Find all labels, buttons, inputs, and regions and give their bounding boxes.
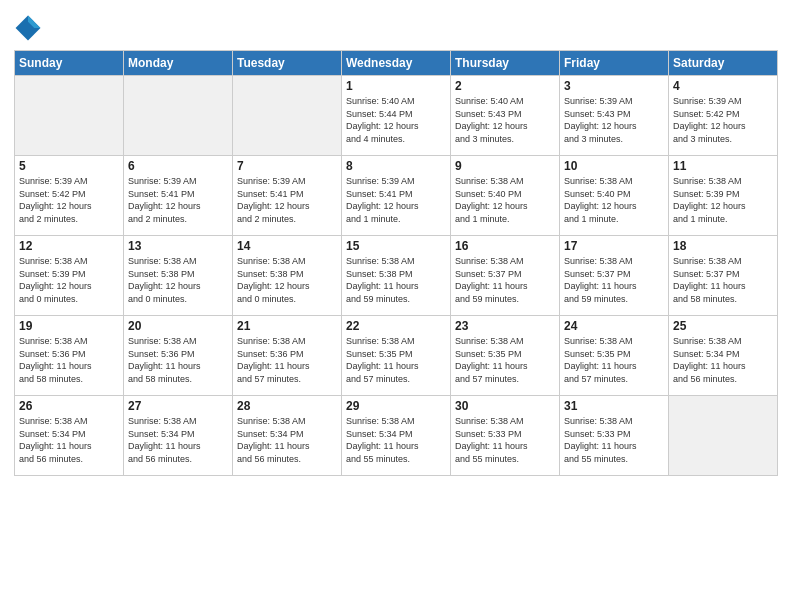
day-number: 7 (237, 159, 337, 173)
day-info: Sunrise: 5:38 AMSunset: 5:33 PMDaylight:… (564, 415, 664, 465)
day-number: 23 (455, 319, 555, 333)
day-info: Sunrise: 5:38 AMSunset: 5:34 PMDaylight:… (19, 415, 119, 465)
day-number: 19 (19, 319, 119, 333)
day-info: Sunrise: 5:39 AMSunset: 5:42 PMDaylight:… (19, 175, 119, 225)
day-info: Sunrise: 5:38 AMSunset: 5:38 PMDaylight:… (237, 255, 337, 305)
day-number: 3 (564, 79, 664, 93)
day-info: Sunrise: 5:40 AMSunset: 5:44 PMDaylight:… (346, 95, 446, 145)
calendar-cell: 30Sunrise: 5:38 AMSunset: 5:33 PMDayligh… (451, 396, 560, 476)
day-number: 16 (455, 239, 555, 253)
header (14, 10, 778, 42)
calendar-cell: 27Sunrise: 5:38 AMSunset: 5:34 PMDayligh… (124, 396, 233, 476)
day-info: Sunrise: 5:38 AMSunset: 5:33 PMDaylight:… (455, 415, 555, 465)
calendar-cell: 2Sunrise: 5:40 AMSunset: 5:43 PMDaylight… (451, 76, 560, 156)
day-number: 28 (237, 399, 337, 413)
calendar-cell: 4Sunrise: 5:39 AMSunset: 5:42 PMDaylight… (669, 76, 778, 156)
day-number: 25 (673, 319, 773, 333)
day-info: Sunrise: 5:38 AMSunset: 5:36 PMDaylight:… (19, 335, 119, 385)
calendar-cell: 25Sunrise: 5:38 AMSunset: 5:34 PMDayligh… (669, 316, 778, 396)
calendar-week-3: 12Sunrise: 5:38 AMSunset: 5:39 PMDayligh… (15, 236, 778, 316)
day-info: Sunrise: 5:40 AMSunset: 5:43 PMDaylight:… (455, 95, 555, 145)
day-info: Sunrise: 5:38 AMSunset: 5:39 PMDaylight:… (19, 255, 119, 305)
day-number: 10 (564, 159, 664, 173)
day-info: Sunrise: 5:38 AMSunset: 5:36 PMDaylight:… (128, 335, 228, 385)
calendar-cell: 7Sunrise: 5:39 AMSunset: 5:41 PMDaylight… (233, 156, 342, 236)
day-info: Sunrise: 5:39 AMSunset: 5:41 PMDaylight:… (346, 175, 446, 225)
calendar-cell: 8Sunrise: 5:39 AMSunset: 5:41 PMDaylight… (342, 156, 451, 236)
day-info: Sunrise: 5:38 AMSunset: 5:39 PMDaylight:… (673, 175, 773, 225)
day-info: Sunrise: 5:38 AMSunset: 5:34 PMDaylight:… (237, 415, 337, 465)
logo-icon (14, 14, 42, 42)
calendar-cell: 17Sunrise: 5:38 AMSunset: 5:37 PMDayligh… (560, 236, 669, 316)
calendar-cell: 29Sunrise: 5:38 AMSunset: 5:34 PMDayligh… (342, 396, 451, 476)
day-info: Sunrise: 5:38 AMSunset: 5:37 PMDaylight:… (673, 255, 773, 305)
day-number: 1 (346, 79, 446, 93)
calendar-week-4: 19Sunrise: 5:38 AMSunset: 5:36 PMDayligh… (15, 316, 778, 396)
calendar-cell: 22Sunrise: 5:38 AMSunset: 5:35 PMDayligh… (342, 316, 451, 396)
calendar-cell (669, 396, 778, 476)
day-info: Sunrise: 5:38 AMSunset: 5:36 PMDaylight:… (237, 335, 337, 385)
day-info: Sunrise: 5:39 AMSunset: 5:42 PMDaylight:… (673, 95, 773, 145)
weekday-header-tuesday: Tuesday (233, 51, 342, 76)
day-info: Sunrise: 5:38 AMSunset: 5:35 PMDaylight:… (346, 335, 446, 385)
day-info: Sunrise: 5:38 AMSunset: 5:38 PMDaylight:… (128, 255, 228, 305)
calendar-cell: 6Sunrise: 5:39 AMSunset: 5:41 PMDaylight… (124, 156, 233, 236)
page-container: SundayMondayTuesdayWednesdayThursdayFrid… (0, 0, 792, 486)
day-info: Sunrise: 5:38 AMSunset: 5:34 PMDaylight:… (673, 335, 773, 385)
calendar-table: SundayMondayTuesdayWednesdayThursdayFrid… (14, 50, 778, 476)
calendar-cell: 13Sunrise: 5:38 AMSunset: 5:38 PMDayligh… (124, 236, 233, 316)
day-number: 13 (128, 239, 228, 253)
logo (14, 14, 44, 42)
day-number: 31 (564, 399, 664, 413)
day-info: Sunrise: 5:39 AMSunset: 5:41 PMDaylight:… (237, 175, 337, 225)
calendar-cell: 20Sunrise: 5:38 AMSunset: 5:36 PMDayligh… (124, 316, 233, 396)
calendar-cell: 28Sunrise: 5:38 AMSunset: 5:34 PMDayligh… (233, 396, 342, 476)
calendar-cell: 12Sunrise: 5:38 AMSunset: 5:39 PMDayligh… (15, 236, 124, 316)
weekday-header-friday: Friday (560, 51, 669, 76)
day-info: Sunrise: 5:38 AMSunset: 5:34 PMDaylight:… (346, 415, 446, 465)
calendar-cell: 19Sunrise: 5:38 AMSunset: 5:36 PMDayligh… (15, 316, 124, 396)
day-number: 6 (128, 159, 228, 173)
day-number: 20 (128, 319, 228, 333)
day-number: 17 (564, 239, 664, 253)
day-info: Sunrise: 5:38 AMSunset: 5:35 PMDaylight:… (564, 335, 664, 385)
calendar-week-5: 26Sunrise: 5:38 AMSunset: 5:34 PMDayligh… (15, 396, 778, 476)
day-number: 4 (673, 79, 773, 93)
day-info: Sunrise: 5:38 AMSunset: 5:37 PMDaylight:… (564, 255, 664, 305)
day-number: 2 (455, 79, 555, 93)
calendar-week-1: 1Sunrise: 5:40 AMSunset: 5:44 PMDaylight… (15, 76, 778, 156)
calendar-cell: 31Sunrise: 5:38 AMSunset: 5:33 PMDayligh… (560, 396, 669, 476)
weekday-header-wednesday: Wednesday (342, 51, 451, 76)
day-number: 18 (673, 239, 773, 253)
calendar-cell: 26Sunrise: 5:38 AMSunset: 5:34 PMDayligh… (15, 396, 124, 476)
day-info: Sunrise: 5:39 AMSunset: 5:43 PMDaylight:… (564, 95, 664, 145)
weekday-header-thursday: Thursday (451, 51, 560, 76)
day-number: 5 (19, 159, 119, 173)
day-info: Sunrise: 5:38 AMSunset: 5:38 PMDaylight:… (346, 255, 446, 305)
calendar-cell (233, 76, 342, 156)
day-number: 22 (346, 319, 446, 333)
day-info: Sunrise: 5:38 AMSunset: 5:37 PMDaylight:… (455, 255, 555, 305)
day-number: 26 (19, 399, 119, 413)
day-number: 15 (346, 239, 446, 253)
calendar-cell: 16Sunrise: 5:38 AMSunset: 5:37 PMDayligh… (451, 236, 560, 316)
calendar-cell: 23Sunrise: 5:38 AMSunset: 5:35 PMDayligh… (451, 316, 560, 396)
calendar-cell: 10Sunrise: 5:38 AMSunset: 5:40 PMDayligh… (560, 156, 669, 236)
day-info: Sunrise: 5:38 AMSunset: 5:40 PMDaylight:… (564, 175, 664, 225)
calendar-cell: 14Sunrise: 5:38 AMSunset: 5:38 PMDayligh… (233, 236, 342, 316)
calendar-cell: 9Sunrise: 5:38 AMSunset: 5:40 PMDaylight… (451, 156, 560, 236)
calendar-cell: 21Sunrise: 5:38 AMSunset: 5:36 PMDayligh… (233, 316, 342, 396)
day-info: Sunrise: 5:38 AMSunset: 5:34 PMDaylight:… (128, 415, 228, 465)
calendar-cell (124, 76, 233, 156)
day-number: 12 (19, 239, 119, 253)
day-info: Sunrise: 5:38 AMSunset: 5:40 PMDaylight:… (455, 175, 555, 225)
calendar-cell: 15Sunrise: 5:38 AMSunset: 5:38 PMDayligh… (342, 236, 451, 316)
day-number: 21 (237, 319, 337, 333)
weekday-header-sunday: Sunday (15, 51, 124, 76)
calendar-cell: 24Sunrise: 5:38 AMSunset: 5:35 PMDayligh… (560, 316, 669, 396)
day-number: 14 (237, 239, 337, 253)
weekday-header-saturday: Saturday (669, 51, 778, 76)
calendar-cell: 1Sunrise: 5:40 AMSunset: 5:44 PMDaylight… (342, 76, 451, 156)
day-number: 8 (346, 159, 446, 173)
calendar-cell: 18Sunrise: 5:38 AMSunset: 5:37 PMDayligh… (669, 236, 778, 316)
